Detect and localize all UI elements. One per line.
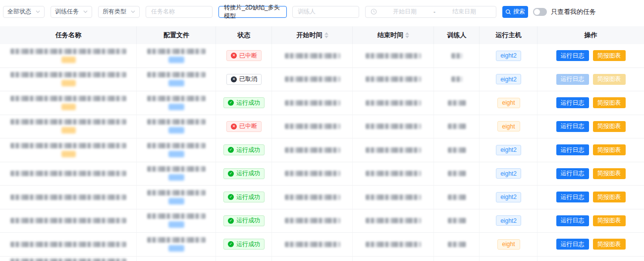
toggle-knob bbox=[534, 9, 540, 15]
report-chart-button[interactable]: 简报图表 bbox=[593, 215, 626, 226]
status-badge: ✓ 运行成功 bbox=[223, 144, 265, 155]
end-time-cell bbox=[353, 44, 434, 67]
config-file-redacted bbox=[147, 237, 206, 243]
filter-bar: 全部状态 训练任务 所有类型 任务名称 转接片_2D缺陷_多头模型 训练人 开始… bbox=[0, 0, 644, 23]
task-type-filter-select[interactable]: 训练任务 bbox=[51, 6, 92, 18]
run-log-button[interactable]: 运行日志 bbox=[556, 121, 589, 132]
host-badge: eight2 bbox=[496, 168, 521, 179]
task-name-cell[interactable] bbox=[0, 233, 137, 256]
run-log-button[interactable]: 运行日志 bbox=[556, 192, 589, 202]
actions-cell: 运行日志 简报图表 bbox=[537, 138, 644, 162]
column-header-trainer: 训练人 bbox=[434, 26, 480, 44]
status-icon: ✓ bbox=[228, 147, 234, 153]
task-name-cell[interactable] bbox=[0, 44, 137, 67]
status-filter-select[interactable]: 全部状态 bbox=[3, 6, 45, 18]
date-range-picker[interactable]: 开始日期 - 结束日期 bbox=[365, 6, 496, 18]
config-link-redacted[interactable] bbox=[168, 57, 184, 63]
start-time-redacted bbox=[285, 53, 340, 59]
report-chart-button[interactable]: 简报图表 bbox=[593, 50, 626, 61]
report-chart-button[interactable]: 简报图表 bbox=[593, 239, 626, 250]
run-log-button[interactable]: 运行日志 bbox=[556, 74, 589, 85]
task-name-cell[interactable] bbox=[0, 68, 137, 91]
end-time-redacted bbox=[366, 147, 421, 153]
trainer-redacted bbox=[448, 242, 466, 247]
end-time-cell bbox=[353, 162, 434, 186]
run-log-button[interactable]: 运行日志 bbox=[556, 97, 589, 108]
run-log-button[interactable]: 运行日志 bbox=[556, 215, 589, 226]
start-time-redacted bbox=[285, 195, 340, 200]
clock-icon bbox=[371, 8, 377, 15]
report-chart-button[interactable]: 简报图表 bbox=[593, 144, 626, 155]
task-name-redacted bbox=[10, 171, 126, 176]
host-cell: eight bbox=[480, 115, 537, 138]
end-time-cell bbox=[353, 68, 434, 91]
actions-cell: 运行日志 简报图表 bbox=[537, 115, 644, 138]
task-tag-redacted bbox=[61, 151, 76, 157]
status-label: 已取消 bbox=[239, 75, 257, 83]
config-link-redacted[interactable] bbox=[168, 198, 184, 204]
status-label: 运行成功 bbox=[236, 146, 260, 154]
end-time-redacted bbox=[366, 242, 421, 247]
report-chart-button[interactable]: 简报图表 bbox=[593, 168, 626, 179]
config-link-redacted[interactable] bbox=[168, 221, 184, 228]
status-label: 已中断 bbox=[239, 52, 257, 60]
task-name-cell[interactable] bbox=[0, 115, 137, 138]
status-cell: ✓ 运行成功 bbox=[216, 233, 272, 256]
task-name-redacted bbox=[10, 242, 126, 247]
sort-icon[interactable] bbox=[324, 32, 328, 38]
task-name-cell[interactable] bbox=[0, 209, 137, 233]
status-icon: ✕ bbox=[231, 124, 237, 130]
host-cell: eight bbox=[480, 233, 537, 256]
trainer-input[interactable]: 训练人 bbox=[292, 6, 359, 18]
trainer-cell bbox=[434, 233, 480, 256]
tasks-table: 任务名称 配置文件 状态 开始时间 结束时间 训练人 运行主机 操作 ✕ 已中断 bbox=[0, 26, 644, 261]
start-date-input[interactable]: 开始日期 bbox=[378, 7, 431, 16]
config-link-redacted[interactable] bbox=[168, 80, 184, 86]
report-chart-button[interactable]: 简报图表 bbox=[593, 121, 626, 132]
config-link-redacted[interactable] bbox=[168, 127, 184, 133]
status-badge: ✕ 已中断 bbox=[226, 121, 262, 132]
config-file-cell bbox=[137, 257, 216, 261]
config-link-redacted[interactable] bbox=[168, 245, 184, 252]
task-name-input[interactable]: 任务名称 bbox=[146, 6, 213, 18]
host-cell: eight2 bbox=[480, 186, 537, 209]
status-cell bbox=[216, 257, 272, 261]
end-time-cell bbox=[353, 257, 434, 261]
task-name-cell[interactable] bbox=[0, 257, 137, 261]
task-name-cell[interactable] bbox=[0, 186, 137, 209]
model-search-input[interactable]: 转接片_2D缺陷_多头模型 bbox=[218, 6, 287, 18]
run-log-button[interactable]: 运行日志 bbox=[556, 50, 589, 61]
task-tag-redacted bbox=[61, 80, 76, 86]
status-label: 运行成功 bbox=[236, 193, 260, 201]
status-label: 运行成功 bbox=[236, 99, 260, 107]
table-row bbox=[0, 257, 644, 261]
start-time-redacted bbox=[285, 147, 340, 153]
report-chart-button[interactable]: 简报图表 bbox=[593, 192, 626, 202]
report-chart-button[interactable]: 简报图表 bbox=[593, 97, 626, 108]
host-badge: eight2 bbox=[496, 192, 521, 202]
config-link-redacted[interactable] bbox=[168, 151, 184, 157]
sort-icon[interactable] bbox=[405, 32, 409, 38]
status-cell: ✓ 运行成功 bbox=[216, 186, 272, 209]
report-chart-button[interactable]: 简报图表 bbox=[593, 74, 626, 85]
start-time-cell bbox=[272, 68, 353, 91]
task-name-cell[interactable] bbox=[0, 138, 137, 162]
config-link-redacted[interactable] bbox=[168, 104, 184, 110]
run-log-button[interactable]: 运行日志 bbox=[556, 168, 589, 179]
task-name-cell[interactable] bbox=[0, 91, 137, 115]
config-link-redacted[interactable] bbox=[168, 174, 184, 181]
end-time-cell bbox=[353, 91, 434, 115]
category-filter-select[interactable]: 所有类型 bbox=[98, 6, 140, 18]
trainer-redacted bbox=[448, 124, 466, 129]
end-date-input[interactable]: 结束日期 bbox=[437, 7, 491, 16]
status-icon: ✓ bbox=[228, 171, 234, 177]
config-file-cell bbox=[137, 91, 216, 115]
task-name-cell[interactable] bbox=[0, 162, 137, 186]
my-tasks-toggle[interactable] bbox=[533, 8, 547, 16]
actions-cell: 运行日志 简报图表 bbox=[537, 44, 644, 67]
run-log-button[interactable]: 运行日志 bbox=[556, 239, 589, 250]
column-header-end-time: 结束时间 bbox=[353, 26, 434, 44]
search-button[interactable]: 搜索 bbox=[502, 6, 528, 18]
config-file-redacted bbox=[147, 72, 206, 77]
run-log-button[interactable]: 运行日志 bbox=[556, 144, 589, 155]
